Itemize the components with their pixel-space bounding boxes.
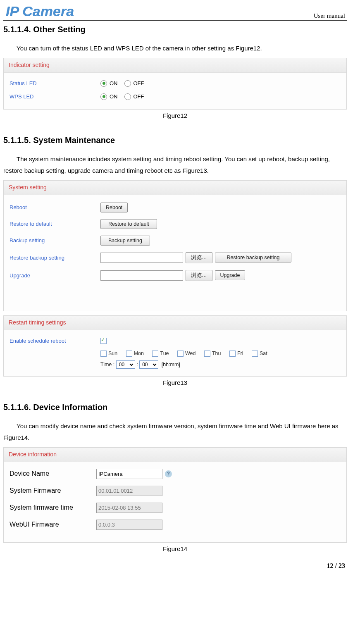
day-wed-label: Wed xyxy=(185,351,195,356)
para-device-information: You can modify device name and check sys… xyxy=(3,420,347,444)
radio-label-on: ON xyxy=(110,93,118,100)
day-mon-checkbox[interactable] xyxy=(126,351,132,357)
day-fri-checkbox[interactable] xyxy=(229,351,236,357)
radio-wps-off[interactable] xyxy=(124,93,131,100)
label-reboot: Reboot xyxy=(10,204,100,210)
radio-status-on[interactable] xyxy=(100,80,107,87)
label-backup-setting: Backup setting xyxy=(10,237,100,243)
day-fri-label: Fri xyxy=(237,351,243,356)
heading-system-maintenance: 5.1.1.5. System Maintenance xyxy=(3,136,347,145)
label-status-led: Status LED xyxy=(10,80,100,86)
label-restore-backup: Restore backup setting xyxy=(10,255,100,261)
indicator-setting-panel: Indicator setting Status LED ON OFF WPS … xyxy=(3,58,347,110)
day-thu-checkbox[interactable] xyxy=(204,351,210,357)
heading-device-information: 5.1.1.6. Device Information xyxy=(3,403,347,412)
time-label: Time : xyxy=(100,362,114,367)
caption-figure12: Figure12 xyxy=(3,112,347,119)
restart-timing-panel: Restart timing settings Enable schedule … xyxy=(3,315,347,377)
caption-figure14: Figure14 xyxy=(3,545,347,552)
minute-select[interactable]: 00 xyxy=(139,360,158,369)
day-wed-checkbox[interactable] xyxy=(177,351,184,357)
label-enable-schedule-reboot: Enable schedule reboot xyxy=(10,338,100,344)
radio-label-off: OFF xyxy=(134,80,144,86)
label-system-firmware: System Firmware xyxy=(10,487,96,494)
radio-label-off: OFF xyxy=(134,93,144,100)
time-hint: [hh:mm] xyxy=(162,362,180,367)
day-sat-checkbox[interactable] xyxy=(252,351,258,357)
caption-figure13: Figure13 xyxy=(3,379,347,386)
doc-title: User manual xyxy=(314,12,347,19)
browse-button-2[interactable]: 浏览… xyxy=(186,270,212,281)
page-header: IP Camera User manual xyxy=(3,3,347,21)
label-system-firmware-time: System firmware time xyxy=(10,504,96,511)
radio-wps-on[interactable] xyxy=(100,93,107,100)
day-tue-checkbox[interactable] xyxy=(152,351,158,357)
row-status-led: Status LED ON OFF xyxy=(10,77,341,90)
para-system-maintenance: The system maintenance includes system s… xyxy=(3,153,347,177)
heading-other-setting: 5.1.1.4. Other Setting xyxy=(3,25,347,34)
day-thu-label: Thu xyxy=(212,351,221,356)
logo: IP Camera xyxy=(3,3,74,19)
restore-backup-path-input[interactable] xyxy=(100,253,183,263)
enable-schedule-checkbox[interactable] xyxy=(100,338,107,344)
day-sat-label: Sat xyxy=(260,351,267,356)
page-number: 12 / 23 xyxy=(3,562,347,570)
time-row: Time : 00 : 00 [hh:mm] xyxy=(10,360,341,369)
upgrade-button[interactable]: Upgrade xyxy=(215,270,246,280)
panel-title: Device information xyxy=(4,448,346,462)
day-sun-checkbox[interactable] xyxy=(100,351,107,357)
webui-firmware-field xyxy=(96,520,162,530)
day-mon-label: Mon xyxy=(134,351,144,356)
label-device-name: Device Name xyxy=(10,470,96,477)
restore-backup-button[interactable]: Restore backup setting xyxy=(215,253,292,262)
system-setting-panel: System setting Reboot Reboot Restore to … xyxy=(3,180,347,311)
help-icon[interactable]: ? xyxy=(165,470,172,477)
row-wps-led: WPS LED ON OFF xyxy=(10,90,341,103)
day-sun-label: Sun xyxy=(108,351,117,356)
panel-title: System setting xyxy=(4,181,346,195)
label-restore-default: Restore to default xyxy=(10,221,100,227)
restore-default-button[interactable]: Restore to default xyxy=(100,219,157,229)
upgrade-path-input[interactable] xyxy=(100,270,183,281)
browse-button-1[interactable]: 浏览… xyxy=(186,252,212,263)
system-firmware-field xyxy=(96,486,162,496)
days-row: Sun Mon Tue Wed Thu Fri Sat xyxy=(10,350,341,357)
device-information-panel: Device information Device Name ? System … xyxy=(3,447,347,543)
panel-title: Restart timing settings xyxy=(4,316,346,330)
label-webui-firmware: WebUI Firmware xyxy=(10,521,96,528)
radio-label-on: ON xyxy=(110,80,118,86)
para-other-setting: You can turn off the status LED and WPS … xyxy=(3,43,347,55)
backup-setting-button[interactable]: Backup setting xyxy=(100,236,150,246)
system-firmware-time-field xyxy=(96,503,162,513)
radio-status-off[interactable] xyxy=(124,80,131,87)
day-tue-label: Tue xyxy=(160,351,169,356)
hour-select[interactable]: 00 xyxy=(116,360,135,369)
label-upgrade: Upgrade xyxy=(10,272,100,279)
panel-title: Indicator setting xyxy=(4,58,346,73)
device-name-input[interactable] xyxy=(96,469,162,479)
label-wps-led: WPS LED xyxy=(10,93,100,100)
reboot-button[interactable]: Reboot xyxy=(100,203,128,212)
